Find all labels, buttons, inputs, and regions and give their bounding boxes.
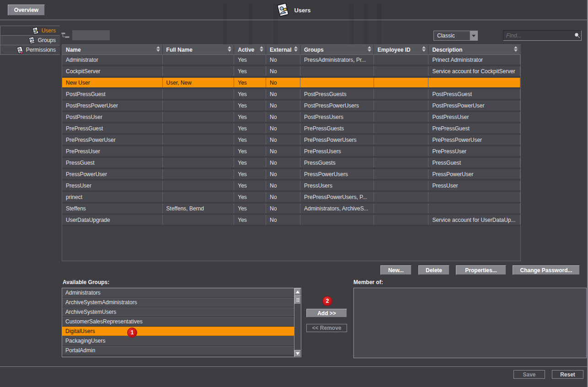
table-cell: Yes <box>234 66 266 76</box>
table-row-administrator[interactable]: AdministratorYesNoPressAdministrators, P… <box>62 55 520 66</box>
sort-icon[interactable] <box>422 46 426 52</box>
table-cell: Yes <box>234 169 266 179</box>
overview-button[interactable]: Overview <box>8 5 45 16</box>
group-list-item-customersalesrepresentatives[interactable]: CustomerSalesRepresentatives <box>62 317 294 327</box>
change-password-button[interactable]: Change Password... <box>513 265 580 275</box>
table-cell: PostPressUser <box>62 112 163 122</box>
delete-button[interactable]: Delete <box>418 265 449 275</box>
group-list-item-digitalusers[interactable]: DigitalUsers <box>62 327 294 336</box>
column-header-employee-id[interactable]: Employee ID <box>374 45 429 54</box>
reset-button[interactable]: Reset <box>552 370 583 379</box>
table-row-prinect[interactable]: prinectYesNoPrePressPowerUsers, P... <box>62 192 520 204</box>
search-icon[interactable] <box>573 32 581 39</box>
properties-button[interactable]: Properties... <box>456 265 506 275</box>
table-cell: PostPressUser <box>428 112 520 122</box>
table-cell: PrePressPowerUsers, P... <box>300 192 374 202</box>
table-row-prepresspoweruser[interactable]: PrePressPowerUserYesNoPrePressPowerUsers… <box>62 135 520 146</box>
table-cell: PostPressPowerUser <box>428 101 520 110</box>
scroll-up-button[interactable] <box>294 288 301 295</box>
search-input[interactable] <box>503 32 573 39</box>
save-button[interactable]: Save <box>513 370 545 379</box>
available-groups-items: AdministratorsArchiveSystemAdministrator… <box>62 288 294 357</box>
table-row-new-user[interactable]: New UserUser, NewYesNo <box>62 78 520 89</box>
table-row-steffens[interactable]: SteffensSteffens, BerndYesNoAdministrato… <box>62 204 520 215</box>
permissions-icon <box>16 46 23 54</box>
users-icon <box>32 27 39 35</box>
table-cell: New User <box>62 78 163 87</box>
column-header-full-name[interactable]: Full Name <box>163 45 235 54</box>
column-header-label: Active <box>238 47 254 53</box>
table-cell: No <box>266 135 300 145</box>
table-cell <box>374 89 429 99</box>
column-header-external[interactable]: External <box>266 45 300 54</box>
view-mode-select[interactable]: Classic <box>433 31 478 41</box>
column-header-active[interactable]: Active <box>234 45 266 54</box>
group-list-item-packagingusers[interactable]: PackagingUsers <box>62 336 294 346</box>
table-cell: PrePressGuests <box>300 124 374 133</box>
table-row-postpressuser[interactable]: PostPressUserYesNoPostPressUsersPostPres… <box>62 112 520 124</box>
hierarchy-filter-icon[interactable] <box>61 32 70 39</box>
column-header-name[interactable]: Name <box>62 45 163 54</box>
sidebar-item-groups[interactable]: Groups <box>0 35 60 45</box>
scroll-down-button[interactable] <box>294 350 301 357</box>
table-cell <box>374 55 429 64</box>
table-cell: No <box>266 192 300 202</box>
sort-icon[interactable] <box>294 46 298 52</box>
table-row-pressguest[interactable]: PressGuestYesNoPressGuestsPressGuest <box>62 158 520 169</box>
table-cell: Service account for UserDataUp... <box>428 215 520 225</box>
group-list-item-administrators[interactable]: Administrators <box>62 288 294 298</box>
table-row-prepressuser[interactable]: PrePressUserYesNoPrePressUsersPrePressUs… <box>62 146 520 158</box>
table-row-cockpitserver[interactable]: CockpitServerYesNoService account for Co… <box>62 66 520 78</box>
table-cell: No <box>266 124 300 133</box>
table-cell: Prinect Administrator <box>428 55 520 64</box>
sort-icon[interactable] <box>260 46 263 52</box>
table-cell: PressUser <box>62 181 163 190</box>
footer-divider <box>0 366 587 367</box>
group-list-item-archivesystemusers[interactable]: ArchiveSystemUsers <box>62 307 294 317</box>
table-cell: PrePressPowerUsers <box>300 135 374 145</box>
groups-scrollbar[interactable] <box>294 288 301 357</box>
remove-button[interactable]: << Remove <box>306 324 347 332</box>
table-row-postpresspoweruser[interactable]: PostPressPowerUserYesNoPostPressPowerUse… <box>62 101 520 112</box>
sidebar-item-users[interactable]: Users <box>0 26 60 35</box>
sort-icon[interactable] <box>514 46 518 52</box>
groups-icon <box>28 37 35 44</box>
column-header-label: Employee ID <box>378 47 411 53</box>
sidebar-item-permissions[interactable]: Permissions <box>0 45 60 54</box>
table-header: NameFull NameActiveExternalGroupsEmploye… <box>62 45 520 55</box>
table-cell: PressPowerUser <box>428 169 520 179</box>
column-header-description[interactable]: Description <box>428 45 520 54</box>
table-cell: No <box>266 89 300 99</box>
users-table: NameFull NameActiveExternalGroupsEmploye… <box>62 44 521 261</box>
table-cell: Yes <box>234 89 266 99</box>
table-cell: PrePressGuest <box>428 124 520 133</box>
available-groups-list[interactable]: AdministratorsArchiveSystemAdministrator… <box>62 288 301 357</box>
filter-input[interactable] <box>72 30 110 40</box>
member-of-label: Member of: <box>353 279 383 285</box>
member-of-list[interactable] <box>353 288 587 358</box>
table-row-prepressguest[interactable]: PrePressGuestYesNoPrePressGuestsPrePress… <box>62 124 520 135</box>
watermark-stripe <box>350 4 354 46</box>
table-row-userdataupgrade[interactable]: UserDataUpgradeYesNoService account for … <box>62 215 520 226</box>
group-list-item-portaladmin[interactable]: PortalAdmin <box>62 346 294 355</box>
table-cell: No <box>266 101 300 110</box>
table-row-pressuser[interactable]: PressUserYesNoPressUsersPressUser <box>62 181 520 192</box>
scrollbar-track[interactable] <box>294 304 301 350</box>
add-button[interactable]: Add >> <box>306 309 347 317</box>
sort-icon[interactable] <box>156 46 160 52</box>
table-cell <box>374 181 429 190</box>
column-header-groups[interactable]: Groups <box>300 45 374 54</box>
chevron-down-icon[interactable] <box>470 31 477 40</box>
table-cell <box>428 204 520 213</box>
table-row-presspoweruser[interactable]: PressPowerUserYesNoPressPowerUsersPressP… <box>62 169 520 181</box>
table-cell: Yes <box>234 215 266 225</box>
sort-icon[interactable] <box>368 46 371 52</box>
scrollbar-thumb[interactable] <box>294 295 301 304</box>
group-list-item-archivesystemadministrators[interactable]: ArchiveSystemAdministrators <box>62 298 294 307</box>
new-button[interactable]: New... <box>380 265 412 275</box>
table-cell: Yes <box>234 158 266 167</box>
view-mode-value: Classic <box>434 32 470 39</box>
table-cell <box>374 192 429 202</box>
table-row-postpressguest[interactable]: PostPressGuestYesNoPostPressGuestsPostPr… <box>62 89 520 101</box>
sort-icon[interactable] <box>228 46 231 52</box>
